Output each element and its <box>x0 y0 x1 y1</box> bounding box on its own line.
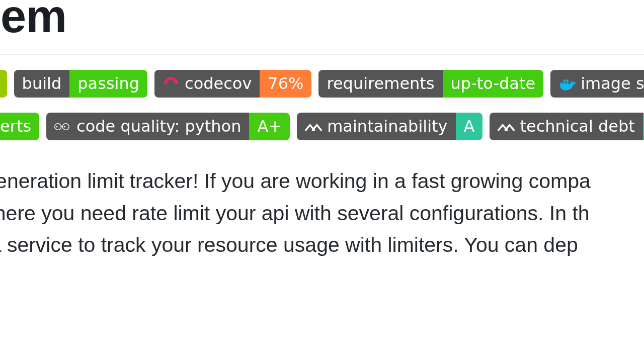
requirements-badge[interactable]: requirements up-to-date <box>318 70 543 98</box>
image-size-label: image size <box>581 70 644 98</box>
build-label: build <box>14 70 70 98</box>
svg-rect-4 <box>567 79 569 81</box>
badge-row-1: MIT build passing codecov 76% requiremen… <box>0 70 644 98</box>
maintainability-badge[interactable]: maintainability A <box>297 113 482 140</box>
desc-line-2: n where you need rate limit your api wit… <box>0 202 590 225</box>
maintainability-value: A <box>456 113 483 140</box>
desc-line-1: xt generation limit tracker! If you are … <box>0 169 591 193</box>
codecov-left: codecov <box>154 70 260 98</box>
codecov-value: 76% <box>260 70 311 98</box>
technical-debt-label: technical debt <box>520 113 634 140</box>
image-size-badge[interactable]: image size 7 <box>550 70 644 98</box>
svg-point-7 <box>56 126 58 127</box>
code-quality-left: code quality: python <box>46 113 249 140</box>
codeclimate-icon <box>498 118 515 135</box>
build-value: passing <box>69 70 147 98</box>
codeclimate-icon <box>305 118 322 135</box>
alerts-value: 0 alerts <box>0 113 39 140</box>
technical-debt-left: technical debt <box>490 113 642 140</box>
readme-paragraph: xt generation limit tracker! If you are … <box>0 165 644 261</box>
code-quality-value: A+ <box>249 113 290 140</box>
requirements-value: up-to-date <box>443 70 544 98</box>
codecov-badge[interactable]: codecov 76% <box>154 70 311 98</box>
alerts-badge[interactable]: 0 alerts <box>0 113 39 140</box>
image-size-left: image size <box>550 70 644 98</box>
code-quality-badge[interactable]: code quality: python A+ <box>46 113 290 140</box>
lgtm-icon <box>54 118 71 135</box>
codecov-icon <box>163 75 180 93</box>
requirements-label: requirements <box>318 70 442 98</box>
license-value: MIT <box>0 70 7 98</box>
codecov-label: codecov <box>185 70 252 98</box>
build-badge[interactable]: build passing <box>14 70 147 98</box>
code-quality-label: code quality: python <box>76 113 241 140</box>
badge-row-2: 0 alerts code quality: python A+ maintai… <box>0 113 644 140</box>
technical-debt-badge[interactable]: technical debt 0 <box>490 113 644 140</box>
svg-rect-3 <box>564 79 566 81</box>
license-badge[interactable]: MIT <box>0 70 7 98</box>
svg-point-6 <box>62 123 69 130</box>
page-title: p'em <box>0 0 644 55</box>
svg-point-8 <box>64 126 65 127</box>
maintainability-left: maintainability <box>297 113 455 140</box>
desc-line-3: as a service to track your resource usag… <box>0 233 578 256</box>
svg-point-5 <box>55 123 61 130</box>
docker-icon <box>558 75 576 93</box>
maintainability-label: maintainability <box>327 113 447 140</box>
